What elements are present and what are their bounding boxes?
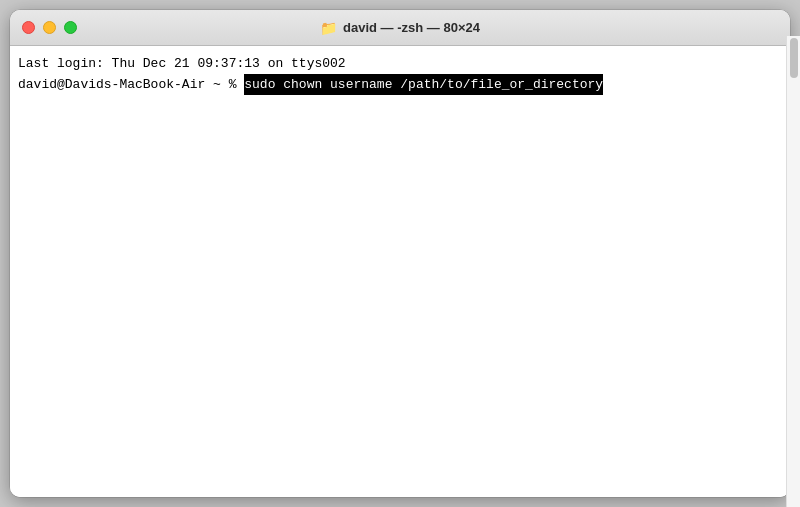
command-line: david@Davids-MacBook-Air ~ % sudo chown … [18,74,770,96]
close-button[interactable] [22,21,35,34]
scrollbar[interactable] [786,36,790,497]
window-title: david — -zsh — 80×24 [343,20,480,35]
minimize-button[interactable] [43,21,56,34]
terminal-body[interactable]: Last login: Thu Dec 21 09:37:13 on ttys0… [10,46,790,497]
prompt: david@Davids-MacBook-Air ~ % [18,75,244,95]
last-login-line: Last login: Thu Dec 21 09:37:13 on ttys0… [18,54,770,74]
maximize-button[interactable] [64,21,77,34]
command-text: sudo chown username /path/to/file_or_dir… [244,74,603,96]
folder-icon: 📁 [320,20,337,36]
terminal-window: 📁 david — -zsh — 80×24 Last login: Thu D… [10,10,790,497]
titlebar: 📁 david — -zsh — 80×24 [10,10,790,46]
window-title-group: 📁 david — -zsh — 80×24 [320,20,480,36]
scrollbar-thumb[interactable] [790,38,791,78]
traffic-lights [22,21,77,34]
